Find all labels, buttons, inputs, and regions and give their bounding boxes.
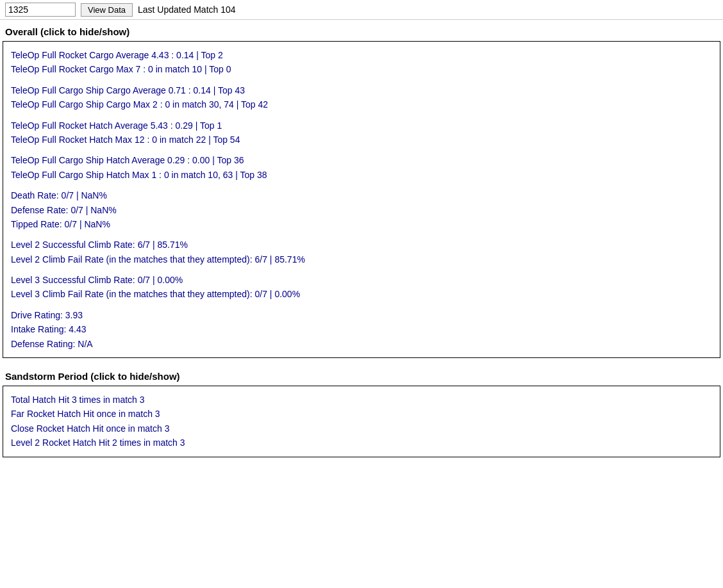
stat-line: TeleOp Full Cargo Ship Cargo Average 0.7…	[11, 83, 712, 97]
overall-section-content: TeleOp Full Rocket Cargo Average 4.43 : …	[3, 41, 720, 358]
overall-stat-group: Death Rate: 0/7 | NaN%Defense Rate: 0/7 …	[11, 188, 712, 231]
stat-line: TeleOp Full Cargo Ship Hatch Average 0.2…	[11, 153, 712, 167]
header-bar: View Data Last Updated Match 104	[0, 0, 723, 20]
stat-line: Level 2 Climb Fail Rate (in the matches …	[11, 252, 712, 266]
stat-line: TeleOp Full Rocket Hatch Average 5.43 : …	[11, 118, 712, 133]
stat-line: Death Rate: 0/7 | NaN%	[11, 188, 712, 202]
stat-line: Close Rocket Hatch Hit once in match 3	[11, 421, 712, 436]
stat-line: TeleOp Full Cargo Ship Hatch Max 1 : 0 i…	[11, 168, 712, 182]
stat-line: Defense Rate: 0/7 | NaN%	[11, 203, 712, 217]
stat-line: Level 3 Climb Fail Rate (in the matches …	[11, 287, 712, 301]
stat-line: TeleOp Full Rocket Cargo Average 4.43 : …	[11, 48, 712, 62]
stat-line: Tipped Rate: 0/7 | NaN%	[11, 217, 712, 231]
last-updated-text: Last Updated Match 104	[138, 4, 236, 15]
stat-line: TeleOp Full Cargo Ship Cargo Max 2 : 0 i…	[11, 97, 712, 111]
overall-stat-group: TeleOp Full Cargo Ship Hatch Average 0.2…	[11, 153, 712, 182]
stat-line: Total Hatch Hit 3 times in match 3	[11, 393, 712, 407]
sandstorm-section-content: Total Hatch Hit 3 times in match 3Far Ro…	[3, 386, 720, 457]
overall-stat-group: TeleOp Full Cargo Ship Cargo Average 0.7…	[11, 83, 712, 112]
stat-line: TeleOp Full Rocket Cargo Max 7 : 0 in ma…	[11, 62, 712, 76]
stat-line: Drive Rating: 3.93	[11, 308, 712, 322]
stat-line: Level 3 Successful Climb Rate: 0/7 | 0.0…	[11, 273, 712, 287]
sandstorm-stat-group: Total Hatch Hit 3 times in match 3Far Ro…	[11, 393, 712, 450]
stat-line: Level 2 Successful Climb Rate: 6/7 | 85.…	[11, 238, 712, 252]
overall-stat-group: Level 2 Successful Climb Rate: 6/7 | 85.…	[11, 238, 712, 266]
stat-line: Defense Rating: N/A	[11, 337, 712, 351]
sandstorm-section-header[interactable]: Sandstorm Period (click to hide/show)	[0, 364, 723, 386]
overall-stat-group: TeleOp Full Rocket Hatch Average 5.43 : …	[11, 118, 712, 147]
overall-stat-group: Drive Rating: 3.93Intake Rating: 4.43Def…	[11, 308, 712, 351]
stat-line: Intake Rating: 4.43	[11, 322, 712, 336]
stat-line: Far Rocket Hatch Hit once in match 3	[11, 407, 712, 421]
stat-line: Level 2 Rocket Hatch Hit 2 times in matc…	[11, 436, 712, 450]
view-data-button[interactable]: View Data	[81, 3, 133, 17]
stat-line: TeleOp Full Rocket Hatch Max 12 : 0 in m…	[11, 133, 712, 147]
team-number-input[interactable]	[5, 3, 76, 17]
overall-stat-group: Level 3 Successful Climb Rate: 0/7 | 0.0…	[11, 273, 712, 302]
overall-stat-group: TeleOp Full Rocket Cargo Average 4.43 : …	[11, 48, 712, 77]
overall-section-header[interactable]: Overall (click to hide/show)	[0, 20, 723, 41]
